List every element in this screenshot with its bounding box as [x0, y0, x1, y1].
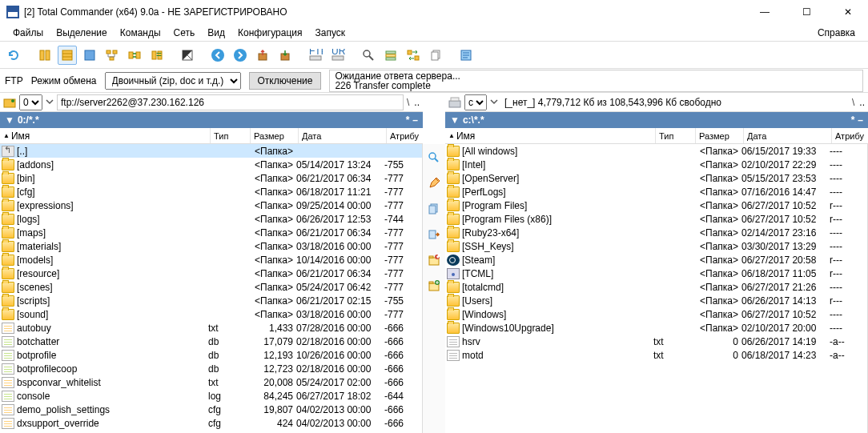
view-full-icon[interactable] [58, 46, 77, 65]
table-row[interactable]: [TCML]<Папка>06/18/2017 11:05r--- [445, 267, 867, 280]
close-button[interactable]: ✕ [834, 6, 862, 18]
add-folder-icon[interactable] [425, 277, 443, 295]
table-row[interactable]: [scripts]<Папка>06/21/2017 02:15-755 [0, 294, 422, 307]
left-address-input[interactable] [57, 94, 404, 110]
invert-icon[interactable] [178, 46, 197, 65]
multi-rename-icon[interactable] [381, 46, 400, 65]
cell-name: [SSH_Keys] [462, 241, 653, 252]
table-row[interactable]: botprofiledb12,19310/26/2016 00:00-666 [0, 348, 422, 362]
table-row[interactable]: [scenes]<Папка>05/24/2017 06:42-777 [0, 280, 422, 294]
col-name[interactable]: ▲Имя [0, 128, 211, 143]
col-type[interactable]: Тип [656, 128, 696, 143]
menu-commands[interactable]: Команды [114, 26, 167, 40]
table-row[interactable]: hsrvtxt006/26/2017 14:19-a-- [445, 335, 867, 348]
table-row[interactable]: botprofilecoopdb12,72302/18/2016 00:00-6… [0, 362, 422, 375]
col-date[interactable]: Дата [744, 128, 832, 143]
table-row[interactable]: [logs]<Папка>06/26/2017 12:53-744 [0, 212, 422, 226]
table-row[interactable]: [maps]<Папка>06/21/2017 06:34-777 [0, 226, 422, 239]
maximize-button[interactable]: ☐ [793, 6, 820, 18]
minimize-button[interactable]: — [751, 6, 778, 18]
table-row[interactable]: [models]<Папка>10/14/2016 00:00-777 [0, 253, 422, 267]
target-equals-source-icon[interactable]: = [147, 46, 167, 65]
table-row[interactable]: [Steam]<Папка>06/27/2017 20:58r--- [445, 253, 867, 267]
table-row[interactable]: [addons]<Папка>05/14/2017 13:24-755 [0, 158, 422, 171]
left-path[interactable]: ▼0:/*.* *– [0, 112, 423, 128]
col-attr[interactable]: Атрибу [832, 128, 868, 143]
table-row[interactable]: bspconvar_whitelisttxt20,00805/24/2017 0… [0, 375, 422, 389]
left-panel[interactable]: [..]<Папка>[addons]<Папка>05/14/2017 13:… [0, 144, 423, 433]
unpack-icon[interactable] [275, 46, 295, 65]
col-date[interactable]: Дата [299, 128, 387, 143]
search-icon[interactable] [359, 46, 378, 65]
table-row[interactable]: [Windows]<Папка>06/27/2017 10:52---- [445, 307, 867, 321]
menu-view[interactable]: Вид [201, 26, 231, 40]
move-file-icon[interactable] [425, 226, 443, 243]
pack-icon[interactable] [253, 46, 272, 65]
notepad-icon[interactable] [456, 46, 476, 65]
left-up-button[interactable]: .. [414, 97, 420, 108]
right-root-button[interactable]: \ [852, 97, 854, 108]
edit-file-icon[interactable] [425, 174, 443, 192]
view-thumb-icon[interactable] [80, 46, 99, 65]
table-row[interactable]: motdtxt006/18/2017 14:23-a-- [445, 348, 867, 362]
table-row[interactable]: [sound]<Папка>03/18/2016 00:00-777 [0, 307, 422, 321]
menu-start[interactable]: Запуск [309, 26, 352, 40]
table-row[interactable]: [bin]<Папка>06/21/2017 06:34-777 [0, 171, 422, 185]
view-file-icon[interactable] [425, 149, 443, 166]
table-row[interactable]: [expressions]<Папка>09/25/2014 00:00-777 [0, 198, 422, 212]
left-root-button[interactable]: \ [407, 97, 409, 108]
copy-file-icon[interactable] [425, 200, 443, 218]
reload-icon[interactable] [5, 46, 24, 65]
table-row[interactable]: [PerfLogs]<Папка>07/16/2016 14:47---- [445, 185, 867, 198]
copy-names-icon[interactable] [426, 46, 445, 65]
disconnect-button[interactable]: Отключение [249, 72, 322, 90]
menu-selection[interactable]: Выделение [50, 26, 114, 40]
table-row[interactable]: [Ruby23-x64]<Папка>02/14/2017 23:16---- [445, 226, 867, 239]
ftp-connect-icon[interactable]: FTP [306, 46, 325, 65]
left-drive-select[interactable]: 0 [19, 94, 42, 110]
table-row[interactable]: [Program Files]<Папка>06/27/2017 10:52r-… [445, 198, 867, 212]
menu-net[interactable]: Сеть [167, 26, 202, 40]
table-row[interactable]: [totalcmd]<Папка>06/27/2017 21:26---- [445, 280, 867, 294]
table-row[interactable]: [cfg]<Папка>06/18/2017 11:21-777 [0, 185, 422, 198]
view-brief-icon[interactable] [35, 46, 54, 65]
table-row[interactable]: dxsupport_overridecfg42404/02/2013 00:00… [0, 416, 422, 430]
table-row[interactable]: [resource]<Папка>06/21/2017 06:34-777 [0, 267, 422, 280]
right-drive-select[interactable]: c [464, 94, 487, 110]
forward-icon[interactable] [231, 46, 250, 65]
new-folder-icon[interactable]: ✖ [425, 251, 443, 269]
right-path[interactable]: ▼c:\*.* *– [445, 112, 868, 128]
swap-panels-icon[interactable] [125, 46, 144, 65]
back-icon[interactable] [208, 46, 227, 65]
cell-date: 07/16/2016 14:47 [741, 186, 830, 198]
col-type[interactable]: Тип [211, 128, 251, 143]
sync-dirs-icon[interactable] [404, 46, 423, 65]
table-row[interactable]: consolelog84,24506/27/2017 18:02-644 [0, 389, 422, 403]
table-row[interactable]: [All windows]<Папка>06/15/2017 19:33---- [445, 144, 867, 158]
table-row[interactable]: demo_polish_settingscfg19,80704/02/2013 … [0, 403, 422, 416]
col-attr[interactable]: Атрибу [387, 128, 423, 143]
menu-config[interactable]: Конфигурация [231, 26, 309, 40]
right-panel[interactable]: [All windows]<Папка>06/15/2017 19:33----… [445, 144, 868, 433]
col-name[interactable]: ▲Имя [445, 128, 656, 143]
table-row[interactable]: [SSH_Keys]<Папка>03/30/2017 13:29---- [445, 239, 867, 253]
table-row[interactable]: [OpenServer]<Папка>05/15/2017 23:53---- [445, 171, 867, 185]
col-size[interactable]: Размер [696, 128, 744, 143]
menu-help[interactable]: Справка [811, 26, 862, 40]
table-row[interactable]: botchatterdb17,07902/18/2016 00:00-666 [0, 335, 422, 348]
right-up-button[interactable]: .. [859, 97, 865, 108]
menu-file[interactable]: Файлы [6, 26, 50, 40]
transfer-mode-select[interactable]: Двоичный (zip, doc и т.д.) [105, 72, 241, 90]
tree-icon[interactable] [102, 46, 122, 65]
table-row[interactable]: [Windows10Upgrade]<Папка>02/10/2017 20:0… [445, 321, 867, 335]
table-row[interactable]: [Users]<Папка>06/26/2017 14:13r--- [445, 294, 867, 307]
table-row[interactable]: [Intel]<Папка>02/10/2017 22:29---- [445, 158, 867, 171]
ftp-url-icon[interactable]: URL [328, 46, 348, 65]
chevron-down-icon[interactable] [490, 97, 498, 108]
table-row[interactable]: [materials]<Папка>03/18/2016 00:00-777 [0, 239, 422, 253]
col-size[interactable]: Размер [251, 128, 299, 143]
table-row[interactable]: [..]<Папка> [0, 144, 422, 158]
chevron-down-icon[interactable] [46, 97, 54, 108]
table-row[interactable]: autobuytxt1,43307/28/2016 00:00-666 [0, 321, 422, 335]
table-row[interactable]: [Program Files (x86)]<Папка>06/27/2017 1… [445, 212, 867, 226]
